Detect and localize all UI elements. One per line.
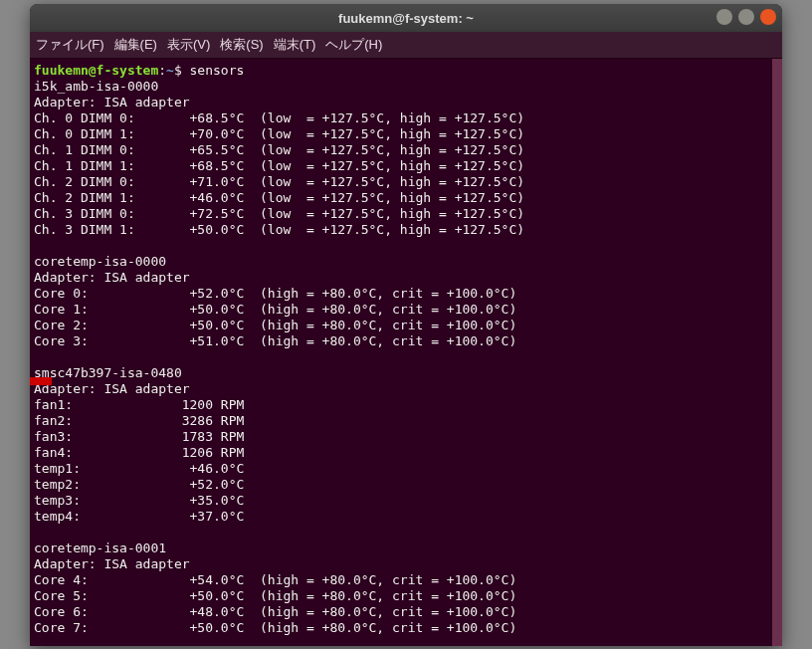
prompt-command: sensors	[190, 63, 245, 78]
menu-help[interactable]: ヘルプ(H)	[325, 36, 382, 54]
menu-view[interactable]: 表示(V)	[167, 36, 210, 54]
menu-search[interactable]: 検索(S)	[220, 36, 263, 54]
minimize-button[interactable]	[716, 9, 732, 25]
menu-file[interactable]: ファイル(F)	[36, 36, 104, 54]
prompt-path: ~	[166, 63, 174, 78]
menu-terminal[interactable]: 端末(T)	[274, 36, 316, 54]
close-button[interactable]	[760, 9, 776, 25]
terminal-body[interactable]: fuukemn@f-system:~$ sensors i5k_amb-isa-…	[30, 59, 782, 646]
terminal-window: fuukemn@f-system: ~ ファイル(F) 編集(E) 表示(V) …	[30, 4, 782, 646]
prompt-sep: :	[158, 63, 166, 78]
menu-edit[interactable]: 編集(E)	[114, 36, 157, 54]
maximize-button[interactable]	[738, 9, 754, 25]
window-controls	[716, 9, 776, 25]
prompt-dollar: $	[174, 63, 190, 78]
window-title: fuukemn@f-system: ~	[338, 11, 474, 26]
menubar: ファイル(F) 編集(E) 表示(V) 検索(S) 端末(T) ヘルプ(H)	[30, 32, 782, 59]
terminal-output: fuukemn@f-system:~$ sensors i5k_amb-isa-…	[34, 63, 768, 636]
titlebar[interactable]: fuukemn@f-system: ~	[30, 4, 782, 32]
prompt-userhost: fuukemn@f-system	[34, 63, 158, 78]
annotation-mark	[30, 377, 52, 385]
